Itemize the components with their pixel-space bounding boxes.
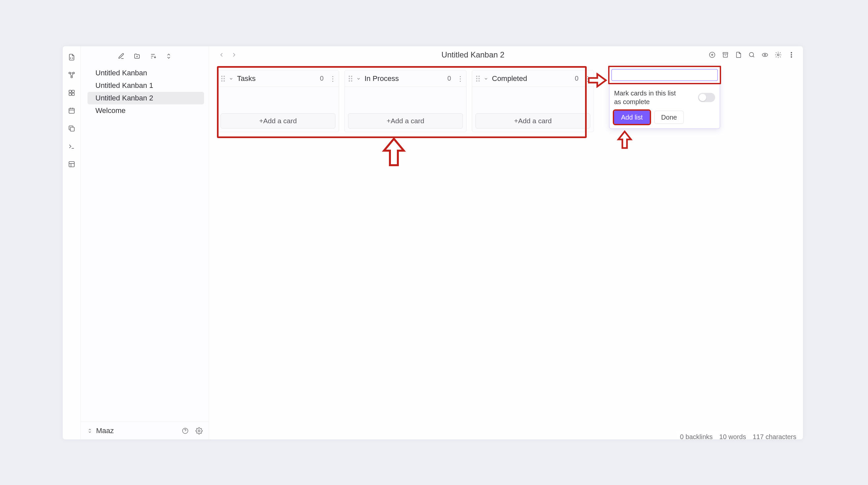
file-code-icon[interactable] <box>67 53 76 61</box>
user-name: Maaz <box>96 427 175 435</box>
status-bar: 0 backlinks 10 words 117 characters <box>677 431 800 439</box>
drag-handle-icon[interactable] <box>349 76 352 82</box>
kanban-column: Completed 0 ⋮ +Add a card <box>472 70 594 132</box>
svg-point-14 <box>749 53 754 57</box>
done-button[interactable]: Done <box>654 111 684 124</box>
sidebar-item[interactable]: Untitled Kanban 2 <box>88 92 204 105</box>
status-backlinks: 0 backlinks <box>680 433 713 439</box>
gear-icon[interactable] <box>195 427 203 434</box>
sidebar-footer: Maaz <box>81 422 209 439</box>
calendar-icon[interactable] <box>67 106 76 115</box>
column-count: 0 <box>447 75 451 82</box>
graph-icon[interactable] <box>67 71 76 79</box>
app-frame: Untitled Kanban Untitled Kanban 1 Untitl… <box>63 46 803 439</box>
add-icon[interactable] <box>709 51 716 58</box>
sort-icon[interactable] <box>149 53 156 60</box>
drag-handle-icon[interactable] <box>476 76 480 82</box>
kanban-column: In Process 0 ⋮ +Add a card <box>344 70 467 132</box>
svg-point-17 <box>777 54 779 56</box>
terminal-icon[interactable] <box>67 142 76 151</box>
copy-icon[interactable] <box>67 124 76 133</box>
svg-point-18 <box>791 52 792 53</box>
sidebar-toolbar <box>81 46 209 63</box>
svg-point-20 <box>791 57 792 57</box>
column-title[interactable]: Tasks <box>237 74 317 83</box>
column-title[interactable]: Completed <box>492 74 571 83</box>
column-menu-icon[interactable]: ⋮ <box>330 78 335 80</box>
board-wrap: Tasks 0 ⋮ +Add a card In Process 0 ⋮ <box>209 63 803 439</box>
add-card-button[interactable]: +Add a card <box>221 113 336 129</box>
sidebar-item[interactable]: Untitled Kanban <box>88 67 204 79</box>
archive-icon[interactable] <box>722 51 729 58</box>
help-icon[interactable] <box>182 427 189 434</box>
collapse-icon[interactable] <box>356 76 361 81</box>
doc-title: Untitled Kanban 2 <box>238 50 709 59</box>
expand-collapse-icon[interactable] <box>165 53 172 60</box>
svg-rect-5 <box>69 93 71 95</box>
nav-back-icon[interactable] <box>218 52 225 58</box>
svg-rect-13 <box>723 53 728 54</box>
column-menu-icon[interactable]: ⋮ <box>457 78 462 80</box>
column-title[interactable]: In Process <box>365 74 444 83</box>
nav-forward-icon[interactable] <box>231 52 238 58</box>
mark-complete-toggle[interactable] <box>698 93 715 102</box>
svg-point-19 <box>791 55 792 56</box>
view-icon[interactable] <box>762 51 769 58</box>
sidebar-item[interactable]: Untitled Kanban 1 <box>88 79 204 92</box>
collapse-icon[interactable] <box>483 76 489 81</box>
drag-handle-icon[interactable] <box>221 76 225 82</box>
new-list-popup: Mark cards in this list as complete Add … <box>609 67 720 129</box>
status-characters: 117 characters <box>753 433 796 439</box>
dashboard-icon[interactable] <box>67 89 76 97</box>
collapse-icon[interactable] <box>228 76 234 81</box>
annotation-arrow-up <box>616 130 633 151</box>
status-words: 10 words <box>719 433 746 439</box>
annotation-input-box <box>608 66 721 84</box>
svg-rect-7 <box>69 108 74 113</box>
svg-point-11 <box>198 430 200 432</box>
column-count: 0 <box>575 75 579 82</box>
layout-icon[interactable] <box>67 160 76 169</box>
icon-rail <box>63 46 81 439</box>
column-count: 0 <box>320 75 323 82</box>
svg-point-15 <box>762 53 768 57</box>
sidebar: Untitled Kanban Untitled Kanban 1 Untitl… <box>81 46 209 439</box>
note-icon[interactable] <box>735 51 742 58</box>
add-card-button[interactable]: +Add a card <box>348 113 463 129</box>
svg-rect-4 <box>72 90 74 92</box>
compose-icon[interactable] <box>118 53 125 60</box>
svg-rect-3 <box>69 90 71 92</box>
sidebar-item-label: Untitled Kanban 2 <box>95 94 153 103</box>
topbar: Untitled Kanban 2 <box>209 46 803 63</box>
new-folder-icon[interactable] <box>133 53 141 60</box>
kanban-column: Tasks 0 ⋮ +Add a card <box>217 70 339 132</box>
sidebar-item-label: Welcome <box>95 106 125 115</box>
add-card-button[interactable]: +Add a card <box>475 113 590 129</box>
sidebar-item-label: Untitled Kanban <box>95 69 147 77</box>
sync-icon[interactable] <box>87 428 93 434</box>
sidebar-item-label: Untitled Kanban 1 <box>95 81 153 90</box>
main: Untitled Kanban 2 Tasks <box>209 46 803 439</box>
more-icon[interactable] <box>788 51 795 58</box>
add-list-button[interactable]: Add list <box>614 111 650 124</box>
new-list-input[interactable] <box>612 69 718 81</box>
svg-rect-6 <box>72 93 74 95</box>
annotation-arrow-right <box>588 73 607 89</box>
annotation-arrow-up <box>381 137 407 168</box>
sidebar-item[interactable]: Welcome <box>88 105 204 117</box>
svg-rect-9 <box>69 162 74 167</box>
mark-complete-label: Mark cards in this list as complete <box>614 89 683 106</box>
search-icon[interactable] <box>748 51 755 58</box>
svg-point-16 <box>764 54 766 56</box>
settings-icon[interactable] <box>775 51 782 58</box>
sidebar-list: Untitled Kanban Untitled Kanban 1 Untitl… <box>81 63 209 422</box>
svg-rect-8 <box>70 127 74 131</box>
